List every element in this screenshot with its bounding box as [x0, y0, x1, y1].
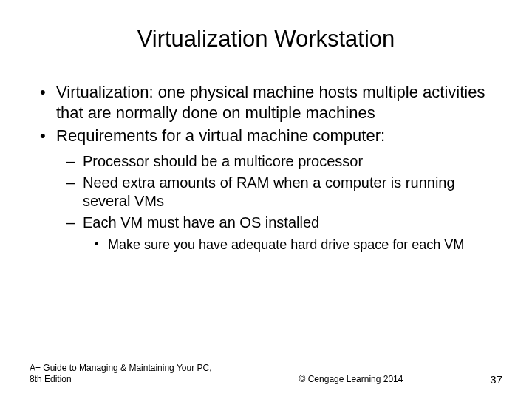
page-number: 37 — [480, 373, 502, 386]
bullet-item: Each VM must have an OS installed Make s… — [64, 214, 502, 253]
bullet-list-level2: Processor should be a multicore processo… — [64, 152, 502, 253]
bullet-text: Requirements for a virtual machine compu… — [56, 126, 385, 145]
bullet-text: Processor should be a multicore processo… — [83, 153, 363, 169]
slide-content: Virtualization: one physical machine hos… — [30, 82, 502, 253]
slide: Virtualization Workstation Virtualizatio… — [0, 0, 532, 399]
bullet-text: Each VM must have an OS installed — [83, 214, 319, 231]
footer-copyright: © Cengage Learning 2014 — [222, 374, 480, 386]
footer-source: A+ Guide to Managing & Maintaining Your … — [30, 363, 222, 386]
bullet-text: Virtualization: one physical machine hos… — [56, 83, 485, 122]
slide-footer: A+ Guide to Managing & Maintaining Your … — [30, 363, 502, 386]
bullet-item: Processor should be a multicore processo… — [64, 152, 502, 171]
bullet-item: Virtualization: one physical machine hos… — [37, 82, 502, 123]
bullet-text: Need extra amounts of RAM when a compute… — [83, 174, 455, 209]
slide-title: Virtualization Workstation — [30, 26, 502, 52]
bullet-list-level3: Make sure you have adequate hard drive s… — [92, 236, 502, 253]
bullet-text: Make sure you have adequate hard drive s… — [108, 237, 464, 252]
bullet-list-level1: Virtualization: one physical machine hos… — [37, 82, 502, 253]
bullet-item: Requirements for a virtual machine compu… — [37, 126, 502, 253]
bullet-item: Make sure you have adequate hard drive s… — [92, 236, 502, 253]
bullet-item: Need extra amounts of RAM when a compute… — [64, 174, 502, 211]
